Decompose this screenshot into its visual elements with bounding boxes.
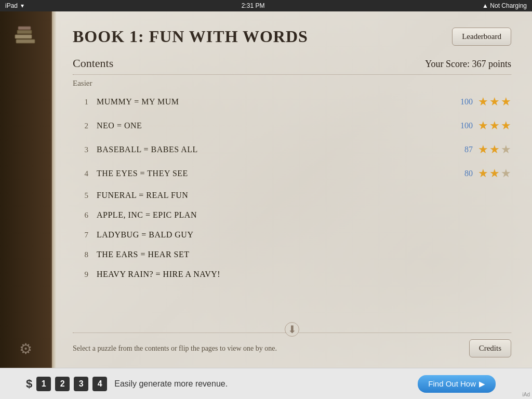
puzzle-name: NEO = ONE <box>97 121 452 130</box>
puzzle-number: 1 <box>73 98 88 107</box>
main-container: ⚙ BOOK 1: FUN WITH WORDS Leaderboard Con… <box>0 11 532 368</box>
puzzle-item[interactable]: 7LADYBUG = BALD GUY <box>73 225 511 245</box>
puzzle-score: 100 <box>452 97 473 107</box>
content-area: BOOK 1: FUN WITH WORDS Leaderboard Conte… <box>52 11 532 368</box>
svg-rect-2 <box>17 30 32 34</box>
puzzle-name: LADYBUG = BALD GUY <box>97 230 511 240</box>
puzzle-number: 9 <box>73 270 88 279</box>
puzzle-name: HEAVY RAIN? = HIRE A NAVY! <box>97 270 511 279</box>
ad-num-1: 1 <box>36 377 51 391</box>
wifi-icon: ▾ <box>21 2 24 9</box>
puzzle-number: 6 <box>73 211 88 220</box>
puzzle-score: 80 <box>452 169 473 178</box>
status-right: ▲ Not Charging <box>482 2 527 9</box>
ad-num-2: 2 <box>55 377 70 391</box>
puzzle-stars: ★★★ <box>478 119 511 132</box>
star-filled: ★ <box>489 167 500 180</box>
leaderboard-button[interactable]: Leaderboard <box>452 28 511 46</box>
star-filled: ★ <box>489 95 500 109</box>
puzzle-score: 100 <box>452 121 473 130</box>
puzzle-item[interactable]: 8THE EARS = HEAR SET <box>73 245 511 264</box>
gear-icon[interactable]: ⚙ <box>19 340 32 357</box>
puzzle-stars: ★★★ <box>478 167 511 180</box>
page-edge <box>52 11 56 368</box>
puzzle-stars: ★★★ <box>478 143 511 156</box>
puzzle-score: 87 <box>452 145 473 154</box>
puzzle-item[interactable]: 9HEAVY RAIN? = HIRE A NAVY! <box>73 264 511 284</box>
puzzle-name: APPLE, INC = EPIC PLAN <box>97 210 511 220</box>
bottom-hint: Select a puzzle from the contents or fli… <box>73 344 277 353</box>
puzzle-name: BASEBALL = BABES ALL <box>97 145 452 154</box>
scroll-indicator: ⬇ <box>285 322 299 337</box>
star-filled: ★ <box>478 167 488 180</box>
ad-banner: $ 1 2 3 4 Easily generate more revenue. … <box>0 368 532 399</box>
star-filled: ★ <box>489 119 500 132</box>
svg-rect-3 <box>18 26 31 30</box>
ad-left: $ 1 2 3 4 Easily generate more revenue. <box>26 377 228 391</box>
divider-top <box>73 74 511 75</box>
puzzle-number: 7 <box>73 231 88 240</box>
sidebar: ⚙ <box>0 11 52 368</box>
puzzle-number: 8 <box>73 250 88 259</box>
status-left: iPad ▾ <box>5 2 24 9</box>
score-text: Your Score: 367 points <box>425 59 511 70</box>
difficulty-label: Easier <box>73 79 511 88</box>
network-status: ▲ Not Charging <box>482 2 527 9</box>
star-filled: ★ <box>501 95 511 109</box>
books-icon[interactable] <box>12 22 38 48</box>
puzzle-name: THE EYES = THEY SEE <box>97 169 452 178</box>
puzzle-name: FUNERAL = REAL FUN <box>97 191 511 200</box>
book-title: BOOK 1: FUN WITH WORDS <box>73 27 308 46</box>
puzzle-stars: ★★★ <box>478 95 511 109</box>
puzzle-item[interactable]: 3BASEBALL = BABES ALL87★★★ <box>73 138 511 162</box>
ad-num-4: 4 <box>92 377 107 391</box>
ad-btn-label: Find Out How <box>428 379 476 388</box>
svg-rect-1 <box>15 35 32 38</box>
credits-button[interactable]: Credits <box>469 339 511 357</box>
star-filled: ★ <box>478 143 488 156</box>
star-filled: ★ <box>478 119 488 132</box>
status-bar: iPad ▾ 2:31 PM ▲ Not Charging <box>0 0 532 11</box>
time-display: 2:31 PM <box>242 2 265 9</box>
title-row: BOOK 1: FUN WITH WORDS Leaderboard <box>73 27 511 46</box>
puzzle-number: 5 <box>73 191 88 200</box>
puzzle-item[interactable]: 6APPLE, INC = EPIC PLAN <box>73 205 511 225</box>
puzzle-item[interactable]: 5FUNERAL = REAL FUN <box>73 185 511 205</box>
puzzle-name: MUMMY = MY MUM <box>97 97 452 107</box>
contents-label: Contents <box>73 57 113 70</box>
puzzle-name: THE EARS = HEAR SET <box>97 250 511 259</box>
ad-dollar: $ <box>26 377 32 391</box>
puzzle-number: 4 <box>73 169 88 178</box>
svg-rect-0 <box>16 39 35 43</box>
ad-find-out-button[interactable]: Find Out How ▶ <box>418 375 496 393</box>
ad-text: Easily generate more revenue. <box>114 379 228 389</box>
puzzle-item[interactable]: 2NEO = ONE100★★★ <box>73 114 511 138</box>
star-filled: ★ <box>501 119 511 132</box>
ad-btn-arrow: ▶ <box>479 379 485 389</box>
ad-num-3: 3 <box>74 377 88 391</box>
star-empty: ★ <box>501 167 511 180</box>
contents-row: Contents Your Score: 367 points <box>73 57 511 70</box>
star-filled: ★ <box>478 95 488 109</box>
device-label: iPad <box>5 2 18 9</box>
puzzle-list: 1MUMMY = MY MUM100★★★2NEO = ONE100★★★3BA… <box>73 90 511 330</box>
ad-label: iAd <box>523 392 530 397</box>
puzzle-item[interactable]: 1MUMMY = MY MUM100★★★ <box>73 90 511 114</box>
star-empty: ★ <box>501 143 511 156</box>
puzzle-number: 3 <box>73 145 88 154</box>
puzzle-number: 2 <box>73 122 88 130</box>
puzzle-item[interactable]: 4THE EYES = THEY SEE80★★★ <box>73 162 511 185</box>
star-filled: ★ <box>489 143 500 156</box>
